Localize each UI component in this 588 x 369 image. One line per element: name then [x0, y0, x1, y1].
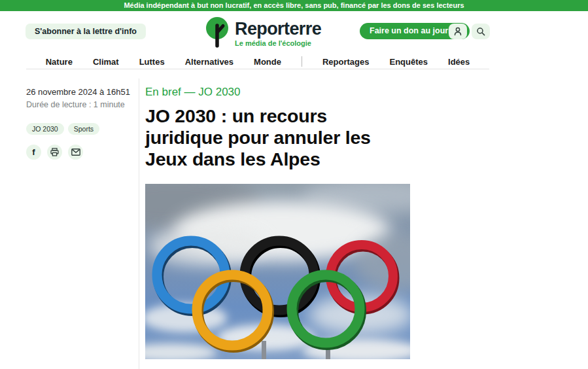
- article-header: En bref — JO 2030 JO 2030 : un recours j…: [145, 86, 411, 170]
- nav-item-reportages[interactable]: Reportages: [322, 57, 370, 67]
- nav-item-luttes[interactable]: Luttes: [139, 57, 165, 67]
- printer-icon: [50, 148, 59, 156]
- publish-date: 26 novembre 2024 à 16h51: [26, 87, 131, 97]
- tag-sports[interactable]: Sports: [68, 123, 99, 135]
- header-rule: [26, 69, 489, 69]
- envelope-icon: [71, 149, 80, 156]
- tag-list: JO 2030 Sports: [26, 123, 131, 135]
- nav-item-idees[interactable]: Idées: [448, 57, 470, 67]
- nav-item-alternatives[interactable]: Alternatives: [185, 57, 233, 67]
- logo-name: Reporterre: [235, 19, 321, 39]
- nav-item-climat[interactable]: Climat: [93, 57, 119, 67]
- header: S'abonner à la lettre d'info Reporterre …: [0, 11, 588, 55]
- user-icon: [453, 27, 462, 36]
- logo-tagline: Le média de l'écologie: [235, 39, 321, 47]
- nav-item-enquetes[interactable]: Enquêtes: [390, 57, 428, 67]
- email-share-button[interactable]: [68, 145, 83, 160]
- olympic-rings-illustration: [145, 184, 410, 359]
- article-meta-sidebar: 26 novembre 2024 à 16h51 Durée de lectur…: [26, 87, 131, 160]
- account-button[interactable]: [449, 24, 467, 39]
- article-title: JO 2030 : un recours juridique pour annu…: [145, 105, 407, 170]
- facebook-icon: f: [32, 147, 35, 157]
- share-buttons: f: [26, 145, 131, 160]
- print-button[interactable]: [47, 145, 62, 160]
- top-banner: Média indépendant à but non lucratif, en…: [0, 0, 588, 11]
- search-button[interactable]: [472, 24, 490, 39]
- newsletter-subscribe-button[interactable]: S'abonner à la lettre d'info: [26, 24, 146, 39]
- logo-text: Reporterre Le média de l'écologie: [235, 16, 321, 53]
- nav-item-monde[interactable]: Monde: [254, 57, 281, 67]
- search-icon: [476, 27, 485, 36]
- banner-text: Média indépendant à but non lucratif, en…: [124, 1, 464, 9]
- main-nav: Nature Climat Luttes Alternatives Monde …: [26, 55, 489, 68]
- nav-divider: [302, 56, 302, 67]
- nav-item-nature[interactable]: Nature: [46, 57, 73, 67]
- logo-tree-icon: [205, 16, 232, 53]
- reading-time: Durée de lecture : 1 minute: [26, 100, 131, 109]
- column-divider: [139, 79, 139, 369]
- hero-image: [145, 184, 410, 359]
- facebook-share-button[interactable]: f: [26, 145, 41, 160]
- tag-jo-2030[interactable]: JO 2030: [26, 123, 64, 135]
- site-logo[interactable]: Reporterre Le média de l'écologie: [205, 16, 321, 53]
- article-kicker[interactable]: En bref — JO 2030: [145, 86, 411, 99]
